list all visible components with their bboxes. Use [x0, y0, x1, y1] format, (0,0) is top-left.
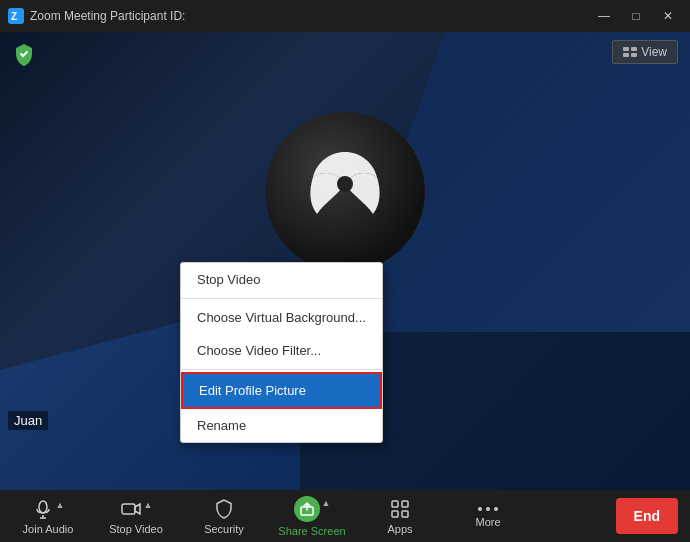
window-controls: — □ ✕: [590, 6, 682, 26]
security-shield-badge: [12, 42, 36, 66]
svg-rect-5: [631, 53, 637, 57]
view-button[interactable]: View: [612, 40, 678, 64]
title-bar-left: Z Zoom Meeting Participant ID:: [8, 8, 185, 24]
toolbar-share-screen[interactable]: ▲ Share Screen: [268, 490, 356, 542]
participant-name-label: Juan: [8, 411, 48, 430]
window-title: Zoom Meeting Participant ID:: [30, 9, 185, 23]
svg-point-17: [478, 507, 482, 511]
meeting-area: View Juan Stop Video Choose: [0, 32, 690, 490]
more-label: More: [475, 516, 500, 528]
context-menu-stop-video[interactable]: Stop Video: [181, 263, 382, 296]
close-button[interactable]: ✕: [654, 6, 682, 26]
toolbar-join-audio[interactable]: ▲ Join Audio: [4, 490, 92, 542]
end-meeting-button[interactable]: End: [616, 498, 678, 534]
svg-rect-16: [402, 511, 408, 517]
context-divider-2: [181, 369, 382, 370]
svg-rect-15: [392, 511, 398, 517]
svg-rect-4: [623, 53, 629, 57]
more-icon: [477, 505, 499, 513]
svg-rect-11: [122, 504, 135, 514]
toolbar-security[interactable]: Security: [180, 490, 268, 542]
stop-video-label: Stop Video: [109, 523, 163, 535]
toolbar-more[interactable]: More: [444, 490, 532, 542]
join-audio-icon: [32, 498, 54, 520]
toolbar-apps[interactable]: Apps: [356, 490, 444, 542]
share-screen-label: Share Screen: [278, 525, 345, 537]
security-label: Security: [204, 523, 244, 535]
maximize-button[interactable]: □: [622, 6, 650, 26]
minimize-button[interactable]: —: [590, 6, 618, 26]
context-menu-rename[interactable]: Rename: [181, 409, 382, 442]
join-audio-label: Join Audio: [23, 523, 74, 535]
context-divider-1: [181, 298, 382, 299]
title-bar: Z Zoom Meeting Participant ID: — □ ✕: [0, 0, 690, 32]
svg-rect-14: [402, 501, 408, 507]
share-screen-chevron: ▲: [322, 498, 331, 508]
share-screen-icon: [294, 496, 320, 522]
zoom-app-icon: Z: [8, 8, 24, 24]
participant-video: [265, 112, 425, 272]
toolbar: ▲ Join Audio ▲ Stop Video Security: [0, 490, 690, 542]
apps-label: Apps: [387, 523, 412, 535]
svg-point-8: [39, 501, 47, 513]
apps-icon: [389, 498, 411, 520]
svg-point-18: [486, 507, 490, 511]
toolbar-stop-video[interactable]: ▲ Stop Video: [92, 490, 180, 542]
join-audio-chevron: ▲: [56, 500, 65, 510]
svg-rect-13: [392, 501, 398, 507]
view-icon: [623, 47, 637, 57]
obs-logo: [265, 112, 425, 272]
context-menu: Stop Video Choose Virtual Background... …: [180, 262, 383, 443]
svg-point-19: [494, 507, 498, 511]
svg-point-7: [337, 176, 353, 192]
obs-svg-logo: [295, 142, 395, 242]
svg-text:Z: Z: [11, 11, 17, 22]
context-menu-edit-profile[interactable]: Edit Profile Picture: [181, 372, 382, 409]
view-label: View: [641, 45, 667, 59]
security-icon: [213, 498, 235, 520]
svg-rect-3: [631, 47, 637, 51]
stop-video-chevron: ▲: [144, 500, 153, 510]
svg-rect-2: [623, 47, 629, 51]
stop-video-icon: [120, 498, 142, 520]
context-menu-virtual-bg[interactable]: Choose Virtual Background...: [181, 301, 382, 334]
context-menu-video-filter[interactable]: Choose Video Filter...: [181, 334, 382, 367]
